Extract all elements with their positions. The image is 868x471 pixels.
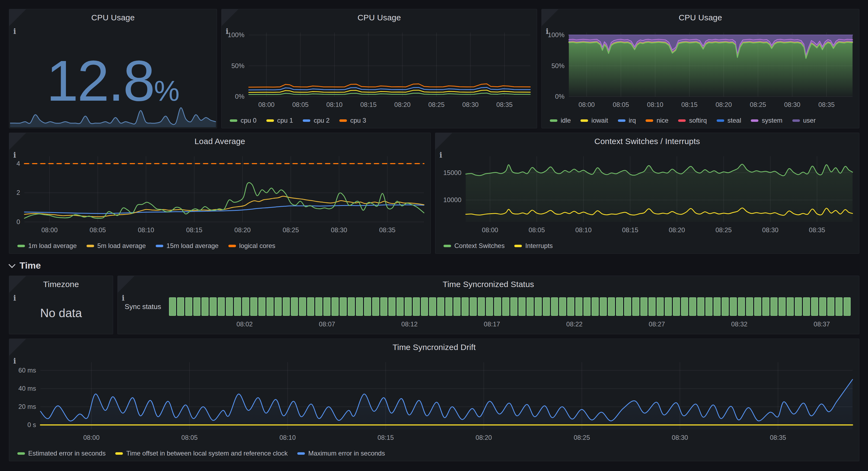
cpu-modes-chart[interactable]: 08:0008:0508:1008:1508:2008:2508:3008:35… <box>542 25 859 111</box>
svg-text:0 s: 0 s <box>27 421 36 429</box>
legend-item[interactable]: idle <box>550 117 571 124</box>
svg-text:08:25: 08:25 <box>716 226 732 234</box>
load-average-chart[interactable]: 08:0008:0508:1008:1508:2008:2508:3008:35… <box>9 149 431 236</box>
svg-text:08:25: 08:25 <box>428 101 444 108</box>
legend-swatch <box>297 452 305 455</box>
legend-item[interactable]: irq <box>618 117 636 124</box>
svg-text:08:00: 08:00 <box>41 226 58 234</box>
svg-text:08:37: 08:37 <box>814 320 830 328</box>
svg-text:08:15: 08:15 <box>681 101 698 108</box>
section-label: Time <box>20 260 41 271</box>
svg-text:08:15: 08:15 <box>186 226 203 234</box>
legend-item[interactable]: 1m load average <box>18 242 77 249</box>
panel-title[interactable]: CPU Usage <box>542 13 859 22</box>
svg-text:08:12: 08:12 <box>401 320 418 328</box>
svg-text:10000: 10000 <box>443 196 461 204</box>
legend-swatch <box>550 119 557 122</box>
chart-legend: Estimated error in secondsTime offset in… <box>18 449 385 457</box>
svg-text:08:20: 08:20 <box>669 226 685 234</box>
panel-info-corner[interactable]: i <box>9 9 26 26</box>
panel-title[interactable]: CPU Usage <box>222 13 537 22</box>
svg-text:100%: 100% <box>228 31 244 38</box>
panel-time-sync-drift: i Time Syncronized Drift 08:0008:0508:10… <box>9 338 859 461</box>
legend-item[interactable]: Estimated error in seconds <box>18 449 105 457</box>
info-icon: i <box>13 28 16 35</box>
time-sync-drift-chart[interactable]: 08:0008:0508:1008:1508:2008:2508:3008:35… <box>9 355 859 444</box>
legend-swatch <box>792 119 800 122</box>
info-icon: i <box>546 28 549 35</box>
legend-swatch <box>18 452 25 455</box>
legend-item[interactable]: system <box>751 117 782 124</box>
row-section-time[interactable]: Time <box>10 258 41 272</box>
panel-info-corner[interactable]: i <box>542 9 558 26</box>
legend-item[interactable]: Interrupts <box>514 242 553 249</box>
svg-text:08:10: 08:10 <box>575 226 592 234</box>
legend-item[interactable]: nice <box>646 117 669 124</box>
legend-swatch <box>339 119 347 122</box>
panel-info-corner[interactable]: i <box>9 276 26 293</box>
chart-legend: 1m load average5m load average15m load a… <box>18 242 275 249</box>
legend-swatch <box>717 119 724 122</box>
panel-info-corner[interactable]: i <box>435 133 452 150</box>
legend-item[interactable]: cpu 3 <box>339 117 366 124</box>
legend-swatch <box>303 119 310 122</box>
legend-item[interactable]: iowait <box>581 117 608 124</box>
svg-text:08:25: 08:25 <box>750 101 766 108</box>
legend-item[interactable]: cpu 1 <box>267 117 293 124</box>
legend-item[interactable]: logical cores <box>228 242 275 249</box>
panel-title[interactable]: Time Syncronized Status <box>118 280 859 289</box>
svg-text:4: 4 <box>17 160 20 167</box>
svg-text:08:00: 08:00 <box>83 434 99 441</box>
cpu-cores-chart[interactable]: 08:0008:0508:1008:1508:2008:2508:3008:35… <box>222 25 537 111</box>
svg-text:08:35: 08:35 <box>770 434 786 441</box>
svg-text:08:10: 08:10 <box>647 101 663 108</box>
svg-text:2: 2 <box>17 189 20 196</box>
legend-item[interactable]: Maximum error in seconds <box>297 449 385 457</box>
svg-text:08:22: 08:22 <box>566 320 583 328</box>
legend-swatch <box>443 245 451 247</box>
panel-cpu-usage-stat: i CPU Usage 12.8% <box>9 9 217 128</box>
info-icon: i <box>13 294 16 302</box>
svg-text:50%: 50% <box>552 62 564 69</box>
no-data-message: No data <box>9 300 113 326</box>
context-switches-chart[interactable]: 08:0008:0508:1008:1508:2008:2508:3008:35… <box>435 149 859 236</box>
legend-item[interactable]: Context Switches <box>443 242 504 249</box>
panel-cpu-usage-modes: i CPU Usage 08:0008:0508:1008:1508:2008:… <box>541 9 859 128</box>
legend-swatch <box>115 452 123 455</box>
panel-title[interactable]: Time Syncronized Drift <box>9 343 859 352</box>
svg-text:08:00: 08:00 <box>579 101 595 108</box>
svg-text:08:05: 08:05 <box>613 101 629 108</box>
svg-text:0%: 0% <box>235 93 244 100</box>
panel-info-corner[interactable]: i <box>9 339 26 356</box>
legend-item[interactable]: user <box>792 117 816 124</box>
svg-text:08:35: 08:35 <box>818 101 835 108</box>
legend-item[interactable]: Time offset in between local system and … <box>115 449 287 457</box>
panel-info-corner[interactable]: i <box>118 276 134 293</box>
svg-text:08:20: 08:20 <box>394 101 411 108</box>
legend-swatch <box>514 245 522 247</box>
chevron-down-icon <box>8 261 15 268</box>
legend-swatch <box>646 119 653 122</box>
legend-item[interactable]: 15m load average <box>156 242 219 249</box>
legend-item[interactable]: softirq <box>678 117 707 124</box>
legend-item[interactable]: 5m load average <box>87 242 146 249</box>
panel-info-corner[interactable]: i <box>222 9 239 26</box>
info-icon: i <box>13 357 16 365</box>
chart-legend: cpu 0cpu 1cpu 2cpu 3 <box>230 117 366 124</box>
stat-unit: % <box>154 75 180 107</box>
svg-text:08:30: 08:30 <box>672 434 688 441</box>
svg-text:08:20: 08:20 <box>475 434 492 441</box>
panel-info-corner[interactable]: i <box>9 133 26 150</box>
legend-item[interactable]: steal <box>717 117 741 124</box>
panel-title[interactable]: Load Average <box>9 137 431 146</box>
panel-title[interactable]: CPU Usage <box>9 13 217 22</box>
svg-text:0: 0 <box>17 218 20 226</box>
grafana-dashboard: i CPU Usage 12.8% i CPU Usage 08:0008:05… <box>0 0 868 471</box>
panel-title[interactable]: Context Switches / Interrupts <box>435 137 859 146</box>
svg-text:08:27: 08:27 <box>649 320 665 328</box>
legend-item[interactable]: cpu 2 <box>303 117 330 124</box>
legend-item[interactable]: cpu 0 <box>230 117 257 124</box>
svg-text:08:05: 08:05 <box>529 226 545 234</box>
svg-text:60 ms: 60 ms <box>19 366 36 374</box>
svg-text:08:10: 08:10 <box>326 101 343 108</box>
